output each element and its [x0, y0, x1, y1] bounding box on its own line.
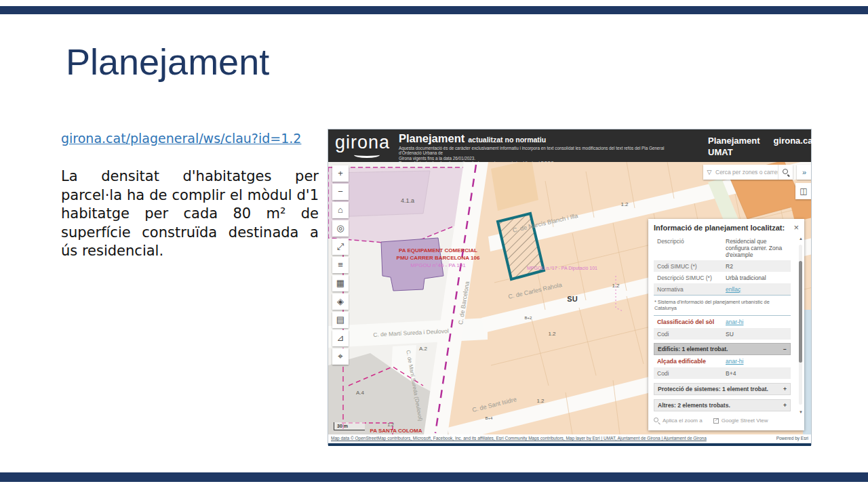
- table-row: Normativa enllaç: [654, 283, 791, 295]
- table-row: Codi SIMUC (*) R2: [654, 260, 791, 272]
- map-label: MPGOU n°46 - PA 101: [410, 262, 465, 268]
- row-value: R2: [722, 260, 791, 272]
- planejament-rows: Descripció Residencial que configura car…: [654, 235, 791, 296]
- map-attribution-bar: Map data © OpenStreetMap contributors, M…: [328, 434, 811, 443]
- scroll-down-icon[interactable]: ▼: [799, 410, 803, 414]
- girona-url-link[interactable]: girona.cat/plageneral/ws/clau?id=1.2: [61, 131, 301, 146]
- basemap-button[interactable]: ▦: [332, 275, 349, 291]
- panel-scrollbar: ▲ ▼: [797, 237, 803, 414]
- app-header-nav: Planejamentgirona.cat UMAT: [708, 136, 829, 157]
- section-header-label: Altres: 2 elements trobats.: [658, 402, 730, 409]
- row-label: Descripció: [654, 235, 722, 260]
- row-label: Descripció SIMUC (*): [654, 272, 722, 283]
- map-label: B+4: [486, 416, 493, 420]
- collapse-icon: −: [783, 346, 787, 352]
- close-icon[interactable]: ×: [793, 222, 799, 232]
- legend-button[interactable]: ≡: [332, 257, 349, 273]
- search-icon: [783, 169, 789, 176]
- print-button[interactable]: ▤: [332, 312, 349, 328]
- street-view-label: Google Street View: [722, 418, 768, 424]
- app-screenshot: girona Planejamentactualitzat no normati…: [328, 129, 812, 445]
- search-input[interactable]: [715, 165, 778, 180]
- external-link-icon: [713, 418, 719, 424]
- normativa-link[interactable]: enllaç: [726, 286, 741, 293]
- alcada-goto-link[interactable]: anar-hi: [726, 358, 743, 365]
- section-header-label: Protecció de sistemes: 1 element trobat.: [658, 386, 768, 392]
- map-label: 1.2: [612, 283, 619, 289]
- nav-umat[interactable]: UMAT: [708, 147, 829, 157]
- search-bar: ▽: [703, 165, 793, 180]
- info-panel: Informació de planejament localitzat: × …: [648, 219, 804, 430]
- disclaimer-line-2: Girona vigents fins a la data 26/01/2023…: [399, 156, 684, 161]
- map-scale-bar: 30 m: [334, 422, 365, 430]
- map-label: PA SANTA COLOMA: [370, 428, 422, 434]
- expand-icon: +: [783, 402, 787, 409]
- classificacio-goto-link[interactable]: anar-hi: [726, 319, 743, 325]
- app-title: Planejamentactualitzat no normatiu: [399, 132, 546, 145]
- section-header-label: Edificis: 1 element trobat.: [658, 346, 728, 352]
- section-title: Alçada edificable: [654, 355, 722, 367]
- map-label: B+2: [525, 316, 532, 320]
- classificacio-section: Classificació del sòl anar-hi: [654, 315, 791, 328]
- app-header: girona Planejamentactualitzat no normati…: [328, 129, 811, 162]
- map-label: A.2: [419, 346, 427, 352]
- table-row: Descripció Residencial que configura car…: [654, 235, 791, 260]
- section-title: Classificació del sòl: [654, 316, 722, 328]
- girona-logo: girona: [335, 132, 390, 153]
- nav-gironacat[interactable]: girona.cat: [774, 136, 816, 146]
- zoom-to-icon: [654, 418, 660, 424]
- zoom-to-action[interactable]: Aplica el zoom a: [654, 418, 703, 424]
- pan-button[interactable]: ⌖: [332, 348, 349, 365]
- map-label: MPGOU n.º17 - PA Diputació 101: [527, 266, 597, 270]
- map-label: PA EQUIPAMENT COMERCIAL: [399, 247, 477, 253]
- map-viewport[interactable]: +−⌂◎⤢≡▦◈▤⊿⌖ ▽ » ◫ 4.1.aPA EQUIPAMENT COM…: [328, 162, 811, 434]
- map-label: PMU CARRER BARCELONA 106: [397, 255, 480, 261]
- map-label: 1.2: [620, 201, 628, 207]
- home-button[interactable]: ⌂: [332, 202, 349, 218]
- row-value: SU: [722, 328, 791, 340]
- body-paragraph: La densitat d'habitatges per parcel·la h…: [61, 167, 319, 261]
- powered-by-esri: Powered by Esri: [776, 434, 808, 443]
- expand-icon: +: [783, 386, 787, 392]
- alcada-section: Alçada edificable anar-hi: [654, 355, 791, 367]
- map-toolbar: +−⌂◎⤢≡▦◈▤⊿⌖: [332, 165, 349, 367]
- map-label: 1.2: [536, 398, 544, 404]
- expand-search-button[interactable]: »: [797, 165, 811, 180]
- page-title: Planejament: [66, 41, 269, 83]
- app-title-text: Planejament: [399, 132, 465, 144]
- layers-button[interactable]: ◈: [332, 293, 349, 310]
- proteccio-section-header[interactable]: Protecció de sistemes: 1 element trobat.…: [654, 383, 791, 395]
- zoom-out-button[interactable]: −: [332, 184, 349, 200]
- scroll-up-icon[interactable]: ▲: [799, 237, 803, 241]
- row-label: Normativa: [654, 283, 722, 295]
- slide-bottom-accent-bar: [0, 472, 868, 482]
- full-extent-button[interactable]: ⤢: [332, 239, 349, 255]
- map-label: SU: [567, 295, 577, 303]
- nav-planejament[interactable]: Planejament: [708, 136, 760, 146]
- map-label: 1.2: [548, 331, 555, 337]
- row-label: Codi SIMUC (*): [654, 260, 722, 272]
- app-bottom-border: [328, 443, 811, 446]
- row-label: Codi: [654, 328, 722, 340]
- measure-button[interactable]: ⊿: [332, 330, 349, 346]
- attribution-text[interactable]: Map data © OpenStreetMap contributors, M…: [331, 434, 707, 443]
- zoom-in-button[interactable]: +: [332, 165, 349, 182]
- table-row: Descripció SIMUC (*) Urbà tradicional: [654, 272, 791, 283]
- zoom-to-label: Aplica el zoom a: [663, 418, 703, 424]
- search-button[interactable]: [778, 165, 793, 180]
- info-panel-title: Informació de planejament localitzat:: [654, 224, 799, 232]
- map-label: A.4: [356, 390, 364, 396]
- documents-button[interactable]: ◫: [795, 183, 811, 199]
- presentation-slide: Planejament girona.cat/plageneral/ws/cla…: [0, 0, 868, 488]
- map-label: 4.1.a: [401, 197, 414, 204]
- scrollbar-thumb[interactable]: [799, 261, 802, 363]
- row-value: Residencial que configura carrer. Zona d…: [722, 235, 791, 260]
- row-value: Urbà tradicional: [722, 272, 791, 283]
- edificis-section-header[interactable]: Edificis: 1 element trobat. −: [654, 343, 791, 355]
- slide-top-accent-bar: [0, 6, 868, 14]
- street-view-action[interactable]: Google Street View: [713, 418, 768, 424]
- girona-logo-arc: [354, 152, 380, 158]
- locate-button[interactable]: ◎: [332, 220, 349, 237]
- filter-icon[interactable]: ▽: [703, 165, 715, 180]
- altres-section-header[interactable]: Altres: 2 elements trobats. +: [654, 399, 791, 411]
